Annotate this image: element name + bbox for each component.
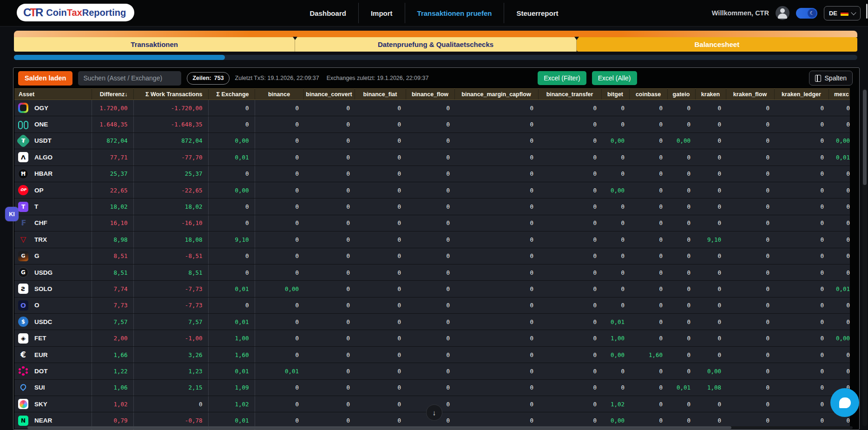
step-tab-datenpruefung-qualitaetschecks[interactable]: Datenpruefung & Qualitaetschecks (295, 37, 576, 52)
cell-work: -7,73 (133, 297, 208, 313)
t-icon: T (18, 202, 28, 212)
excel-all-button[interactable]: Excel (Alle) (592, 71, 637, 85)
table-row-dot[interactable]: DOT1,221,230,010,01000000000,00000 (14, 363, 850, 379)
cell-differenz: 7,74 (92, 281, 133, 297)
column-header-differenz[interactable]: Differenz↓ (92, 89, 133, 100)
asset-cell: ◈FET (14, 330, 92, 346)
table-row-o[interactable]: OO7,73-7,7300000000000000 (14, 297, 850, 313)
cell-binance_convert: 0 (303, 396, 355, 412)
column-header-binance_convert[interactable]: binance_convert (303, 89, 355, 100)
table-row-t[interactable]: TT18,0218,0200000000000000 (14, 198, 850, 215)
table-row-hbar[interactable]: ĦHBAR25,3725,3700000000000000 (14, 165, 850, 182)
user-avatar[interactable] (776, 6, 789, 20)
cell-binance_fiat: 0 (355, 100, 406, 116)
dark-mode-toggle[interactable]: ☾ (796, 8, 817, 19)
column-header-binance_fiat[interactable]: binance_fiat (355, 89, 406, 100)
cell-binance_fiat: 0 (355, 149, 406, 165)
cell-exchange: 1,00 (208, 330, 255, 346)
table-row-g[interactable]: GG8,51-8,5100000000000000 (14, 248, 850, 264)
columns-button[interactable]: Spalten (809, 71, 853, 86)
cell-mexc: 0 (829, 182, 850, 198)
cell-kraken: 0 (695, 132, 726, 149)
table-row-sui[interactable]: SUI1,062,151,09000000000,011,08000 (14, 379, 850, 396)
cell-gateio: 0 (667, 248, 695, 264)
table-row-op[interactable]: OPOP22,65-22,650,000000000,00000000 (14, 182, 850, 198)
cell-binance: 0 (255, 116, 303, 132)
asset-name: T (34, 203, 38, 210)
cell-coinbase: 1,60 (629, 346, 667, 363)
cell-differenz: 22,65 (92, 182, 133, 198)
table-row-usdt[interactable]: ₮USDT872,04872,040,000000000,0000,000000… (14, 132, 850, 149)
cell-binance_margin_capflow: 0 (454, 281, 538, 297)
asset-name: EUR (34, 351, 48, 358)
load-balances-button[interactable]: Salden laden (18, 71, 72, 86)
horizontal-scrollbar[interactable] (27, 426, 853, 429)
cell-mexc: 0 (829, 248, 850, 264)
cell-gateio: 0,01 (667, 379, 695, 396)
cell-gateio: 0 (667, 363, 695, 379)
cell-binance_transfer: 0 (538, 297, 601, 313)
step-tab-transaktionen[interactable]: Transaktionen (14, 37, 295, 52)
table-row-eur[interactable]: €EUR1,663,261,600000000,001,6000000 (14, 346, 850, 363)
asset-cell: OPOP (14, 182, 92, 198)
cell-binance_fiat: 0 (355, 314, 406, 330)
cell-gateio: 0 (667, 215, 695, 231)
language-selector[interactable]: DE (824, 6, 861, 20)
cell-binance_flow: 0 (406, 165, 454, 182)
column-header-coinbase[interactable]: coinbase (629, 89, 667, 100)
ki-assistant-button[interactable]: KI (5, 207, 19, 221)
table-row-algo[interactable]: ΛALGO77,71-77,700,010000000000000,01 (14, 149, 850, 165)
cell-work: 18,02 (133, 198, 208, 215)
table-row-chf[interactable]: ₣CHF16,10-16,1000000000000000 (14, 215, 850, 231)
cell-binance_flow: 0 (406, 297, 454, 313)
table-row-fet[interactable]: ◈FET2,00-1,001,000000001,00000000,00 (14, 330, 850, 346)
browser-scrollbar-tick[interactable] (866, 4, 868, 19)
cell-binance_transfer: 0 (538, 379, 601, 396)
cell-binance_transfer: 0 (538, 100, 601, 116)
nav-item-dashboard[interactable]: Dashboard (298, 9, 358, 17)
cell-binance_flow: 0 (406, 281, 454, 297)
table-row-solo[interactable]: ƧSOLO7,74-7,730,010,00000000000000,01 (14, 281, 850, 297)
nav-item-transaktionen-pruefen[interactable]: Transaktionen pruefen (405, 9, 504, 17)
column-header-gateio[interactable]: gateio (667, 89, 695, 100)
column-header-exchange[interactable]: Σ Exchange (208, 89, 255, 100)
vertical-scrollbar[interactable] (862, 88, 867, 426)
column-header-kraken[interactable]: kraken (695, 89, 726, 100)
cell-kraken_flow: 0 (726, 215, 774, 231)
excel-filter-button[interactable]: Excel (Filter) (538, 71, 586, 85)
cell-kraken: 9,10 (695, 232, 726, 248)
nav-item-import[interactable]: Import (359, 9, 405, 17)
search-input[interactable] (78, 71, 181, 86)
cell-kraken: 1,08 (695, 379, 726, 396)
nav-item-steuerreport[interactable]: Steuerreport (504, 9, 570, 17)
cell-exchange: 0 (208, 248, 255, 264)
column-header-work[interactable]: Σ Work Transactions (133, 89, 208, 100)
cell-binance_transfer: 0 (538, 232, 601, 248)
cell-kraken_flow: 0 (726, 100, 774, 116)
column-header-binance_flow[interactable]: binance_flow (406, 89, 454, 100)
step-tab-balancesheet[interactable]: Balancesheet (577, 37, 857, 52)
balances-table: AssetDifferenz↓Σ Work TransactionsΣ Exch… (14, 88, 850, 430)
chat-widget-button[interactable] (830, 388, 859, 417)
column-header-mexc[interactable]: mexc (829, 89, 850, 100)
column-header-kraken_flow[interactable]: kraken_flow (726, 89, 774, 100)
cell-kraken_flow: 0 (726, 281, 774, 297)
table-row-ogy[interactable]: OGY1.720,00-1.720,0000000000000000 (14, 100, 850, 116)
column-header-kraken_ledger[interactable]: kraken_ledger (774, 89, 829, 100)
cell-bitget: 0,01 (601, 314, 629, 330)
table-row-usdc[interactable]: $USDC7,577,570,010000000,01000000 (14, 314, 850, 330)
table-row-one[interactable]: ONE1.648,35-1.648,3500000000000000 (14, 116, 850, 132)
column-header-binance_margin_capflow[interactable]: binance_margin_capflow (454, 89, 538, 100)
column-header-bitget[interactable]: bitget (601, 89, 629, 100)
column-header-asset[interactable]: Asset (14, 89, 92, 100)
cell-kraken_ledger: 0 (774, 182, 829, 198)
cell-kraken_flow: 0 (726, 132, 774, 149)
asset-cell: ₮USDT (14, 132, 92, 149)
cell-binance_fiat: 0 (355, 165, 406, 182)
table-row-trx[interactable]: ▽TRX8,9818,089,100000000009,10000 (14, 232, 850, 248)
column-header-binance[interactable]: binance (255, 89, 303, 100)
scroll-to-bottom-button[interactable]: ↓ (426, 404, 442, 421)
table-row-usdg[interactable]: GUSDG8,518,5100000000000000 (14, 264, 850, 280)
cell-differenz: 1,22 (92, 363, 133, 379)
column-header-binance_transfer[interactable]: binance_transfer (538, 89, 601, 100)
